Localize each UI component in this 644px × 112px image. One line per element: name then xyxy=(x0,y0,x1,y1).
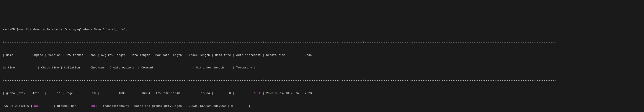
data-row-1: | global_priv | Aria | 11 | Page | 10 | … xyxy=(2,91,642,96)
header-row-2: te_time | Check_time | Collation | Check… xyxy=(2,66,642,70)
data-row-2: -06-26 08:40:26 | NULL | utf8mb3_bin | N… xyxy=(2,104,642,108)
null-value-2: NULL xyxy=(34,104,41,108)
separator-line-2: +--------------+--------+---------+-----… xyxy=(2,78,642,83)
null-value-3: NULL xyxy=(90,104,97,108)
prompt: MariaDB [mysql]> xyxy=(2,28,32,31)
null-value-1: NULL xyxy=(254,92,261,95)
command-line: MariaDB [mysql]> show table status from … xyxy=(2,28,642,32)
terminal-window: MariaDB [mysql]> show table status from … xyxy=(2,19,642,112)
header-row: | Name | Engine | Version | Row_format |… xyxy=(2,53,642,58)
separator-line-1: +--------------+--------+---------+-----… xyxy=(2,40,642,45)
command-text: show table status from mysql where Name=… xyxy=(32,28,127,31)
